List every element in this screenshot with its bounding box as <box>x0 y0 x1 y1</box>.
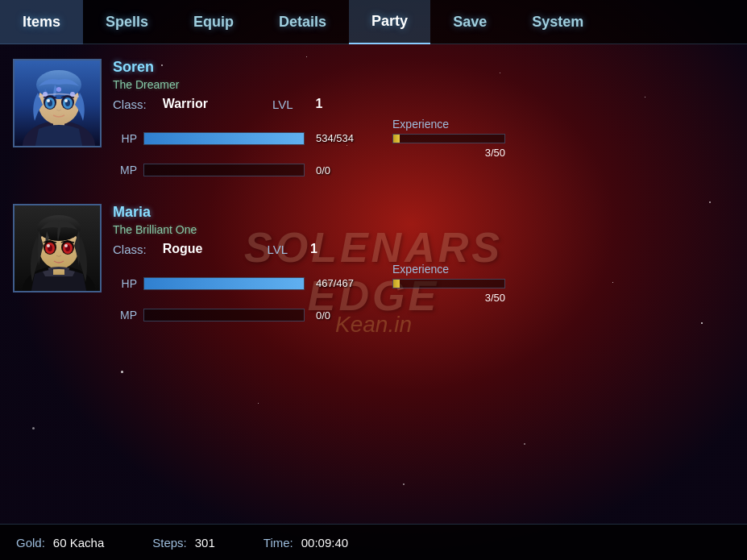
soren-hp-bar <box>143 132 305 145</box>
steps-value: 301 <box>195 536 215 550</box>
party-panel: Soren The Dreamer Class: Warrior LVL 1 H… <box>8 52 739 342</box>
maria-lvl-value: 1 <box>310 242 317 256</box>
svg-point-28 <box>64 244 68 247</box>
status-bar: Gold: 60 Kacha Steps: 301 Time: 00:09:40 <box>0 524 747 560</box>
svg-point-27 <box>47 244 50 247</box>
gold-label: Gold: <box>16 536 45 550</box>
maria-hp-fill <box>144 278 304 289</box>
soren-mp-value: 0/0 <box>316 164 330 176</box>
menu-item-party[interactable]: Party <box>349 0 430 44</box>
soren-hp-label: HP <box>113 132 137 145</box>
portrait-maria <box>13 204 102 292</box>
time-label: Time: <box>264 536 293 550</box>
soren-exp-value: 3/50 <box>392 147 505 159</box>
soren-title: The Dreamer <box>113 78 179 91</box>
soren-exp-section: Experience 3/50 <box>392 118 505 159</box>
maria-name-row: Maria <box>113 204 734 221</box>
character-card-soren: Soren The Dreamer Class: Warrior LVL 1 H… <box>8 52 739 188</box>
gold-item: Gold: 60 Kacha <box>16 536 104 550</box>
svg-point-14 <box>56 87 61 92</box>
character-card-maria: Maria The Brilliant One Class: Rogue LVL… <box>8 197 739 333</box>
maria-class-label: Class: <box>113 243 147 256</box>
soren-hp-value: 534/534 <box>316 132 354 144</box>
menu-item-equip[interactable]: Equip <box>171 0 256 44</box>
steps-label: Steps: <box>152 536 187 550</box>
maria-title: The Brilliant One <box>113 223 197 236</box>
soren-mp-bar <box>143 164 305 176</box>
portrait-soren-svg <box>15 60 102 147</box>
maria-hp-bar <box>143 277 305 290</box>
soren-name-row: Soren <box>113 59 734 76</box>
soren-lvl-value: 1 <box>316 97 323 111</box>
soren-info: Soren The Dreamer Class: Warrior LVL 1 H… <box>102 59 734 181</box>
maria-exp-label: Experience <box>392 263 505 276</box>
soren-class-name: Warrior <box>163 97 208 111</box>
svg-point-11 <box>47 99 50 102</box>
portrait-soren <box>13 59 102 147</box>
maria-class-row: Class: Rogue LVL 1 <box>113 242 734 256</box>
menu-item-save[interactable]: Save <box>430 0 509 44</box>
soren-exp-bar <box>392 134 505 143</box>
maria-lvl-label: LVL <box>267 243 288 256</box>
menu-item-spells[interactable]: Spells <box>83 0 171 44</box>
menu-item-details[interactable]: Details <box>256 0 349 44</box>
maria-hp-label: HP <box>113 277 137 290</box>
menu-item-system[interactable]: System <box>509 0 606 44</box>
steps-item: Steps: 301 <box>152 536 215 550</box>
menu-bar: Items Spells Equip Details Party Save Sy… <box>0 0 747 44</box>
maria-hp-value: 467/467 <box>316 277 354 289</box>
menu-item-items[interactable]: Items <box>0 0 83 44</box>
maria-mp-bar <box>143 309 305 321</box>
soren-mp-row: MP 0/0 <box>113 164 734 176</box>
soren-name: Soren <box>113 59 154 76</box>
soren-hp-fill <box>144 133 304 144</box>
soren-lvl-label: LVL <box>272 97 293 111</box>
maria-hp-row: HP 467/467 Experience 3/50 <box>113 263 734 304</box>
svg-point-12 <box>64 99 68 102</box>
soren-exp-label: Experience <box>392 118 505 131</box>
maria-exp-section: Experience 3/50 <box>392 263 505 304</box>
svg-point-13 <box>43 92 48 97</box>
maria-mp-label: MP <box>113 309 137 321</box>
soren-mp-label: MP <box>113 164 137 176</box>
time-item: Time: 00:09:40 <box>264 536 348 550</box>
time-value: 00:09:40 <box>301 536 348 550</box>
gold-value: 60 Kacha <box>53 536 104 550</box>
maria-class-name: Rogue <box>163 242 203 256</box>
maria-mp-row: MP 0/0 <box>113 309 734 321</box>
soren-exp-fill <box>393 135 400 143</box>
svg-point-15 <box>70 92 75 97</box>
maria-exp-bar <box>392 279 505 288</box>
maria-exp-fill <box>393 280 400 288</box>
maria-name: Maria <box>113 204 151 221</box>
soren-class-row: Class: Warrior LVL 1 <box>113 97 734 111</box>
maria-info: Maria The Brilliant One Class: Rogue LVL… <box>102 204 734 326</box>
maria-mp-value: 0/0 <box>316 309 330 321</box>
maria-exp-value: 3/50 <box>392 292 505 304</box>
soren-hp-row: HP 534/534 Experience 3/50 <box>113 118 734 159</box>
soren-class-label: Class: <box>113 97 147 111</box>
portrait-maria-svg <box>15 205 102 292</box>
